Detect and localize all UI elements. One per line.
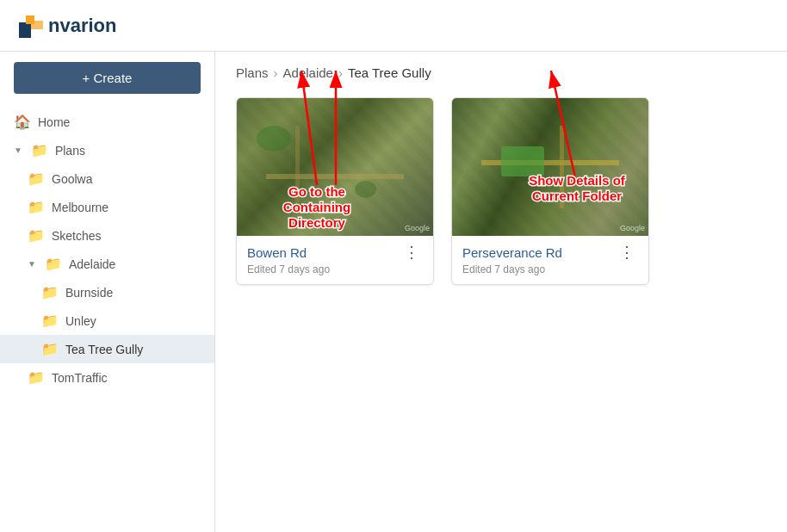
folder-icon: 📁 [41, 341, 59, 357]
sidebar-item-plans-label: Plans [55, 144, 85, 158]
breadcrumb-sep-2: › [338, 65, 343, 80]
sidebar-item-adelaide-label: Adelaide [69, 257, 116, 271]
chevron-down-icon: ▼ [28, 259, 36, 269]
card-perseverance-rd-footer: Perseverance Rd ⋮ Edited 7 days ago [452, 236, 648, 284]
card-bowen-rd[interactable]: Google Bowen Rd ⋮ Edited 7 days ago [236, 97, 434, 285]
breadcrumb: Plans › Adelaide › Tea Tree Gully [236, 65, 766, 80]
card-perseverance-rd-thumbnail: Google [452, 98, 648, 236]
folder-icon: 📁 [28, 199, 45, 215]
sidebar-item-home-label: Home [38, 115, 70, 129]
sidebar-item-adelaide[interactable]: ▼ 📁 Adelaide [0, 250, 214, 278]
card-perseverance-rd-menu-button[interactable]: ⋮ [616, 244, 638, 260]
folder-icon: 📁 [28, 227, 45, 244]
sidebar-item-sketches-label: Sketches [52, 229, 102, 243]
logo-text: nvarion [48, 15, 116, 37]
logo-icon [17, 12, 45, 40]
sidebar-item-sketches[interactable]: 📁 Sketches [0, 221, 214, 250]
card-bowen-rd-meta: Edited 7 days ago [247, 263, 423, 275]
card-bowen-rd-menu-button[interactable]: ⋮ [400, 244, 423, 260]
sidebar-item-unley[interactable]: 📁 Unley [0, 306, 214, 335]
main-layout: + Create 🏠 Home ▼ 📁 Plans 📁 Goolwa 📁 Mel… [0, 52, 787, 532]
card-perseverance-rd-title: Perseverance Rd [462, 245, 562, 260]
folder-icon: 📁 [28, 369, 45, 386]
folder-icon: 📁 [28, 170, 45, 187]
sidebar-item-melbourne-label: Melbourne [52, 201, 108, 214]
sidebar-item-burnside[interactable]: 📁 Burnside [0, 278, 214, 306]
card-perseverance-rd[interactable]: Google Perseverance Rd ⋮ Edited 7 days a… [451, 97, 649, 285]
sidebar-item-plans[interactable]: ▼ 📁 Plans [0, 136, 214, 164]
folder-icon: 📁 [41, 312, 59, 329]
card-bowen-rd-footer: Bowen Rd ⋮ Edited 7 days ago [237, 236, 433, 284]
card-bowen-rd-title: Bowen Rd [247, 245, 307, 260]
cards-grid: Google Bowen Rd ⋮ Edited 7 days ago [236, 97, 766, 285]
chevron-down-icon: ▼ [14, 145, 22, 155]
sidebar-item-home[interactable]: 🏠 Home [0, 108, 214, 136]
home-icon: 🏠 [14, 114, 31, 130]
breadcrumb-current: Tea Tree Gully [348, 65, 431, 80]
content-wrapper: Plans › Adelaide › Tea Tree Gully Googl [215, 52, 787, 532]
breadcrumb-plans[interactable]: Plans [236, 65, 269, 80]
content-area: Plans › Adelaide › Tea Tree Gully Googl [215, 52, 787, 299]
folder-icon: 📁 [31, 142, 48, 158]
svg-rect-2 [31, 21, 43, 29]
folder-icon: 📁 [45, 256, 62, 272]
sidebar-item-unley-label: Unley [65, 314, 96, 328]
folder-icon: 📁 [41, 284, 59, 300]
sidebar: + Create 🏠 Home ▼ 📁 Plans 📁 Goolwa 📁 Mel… [0, 52, 215, 532]
sidebar-item-goolwa-label: Goolwa [52, 172, 92, 186]
sidebar-item-melbourne[interactable]: 📁 Melbourne [0, 193, 214, 221]
sidebar-item-tomtraffic-label: TomTraffic [52, 371, 108, 385]
card-perseverance-rd-meta: Edited 7 days ago [462, 263, 638, 275]
logo: nvarion [17, 12, 116, 40]
card-bowen-rd-thumbnail: Google [237, 98, 433, 236]
sidebar-item-teatreegully[interactable]: 📁 Tea Tree Gully [0, 335, 214, 363]
svg-rect-0 [19, 22, 31, 38]
create-button[interactable]: + Create [14, 62, 201, 94]
header: nvarion [0, 0, 787, 52]
sidebar-item-goolwa[interactable]: 📁 Goolwa [0, 164, 214, 193]
breadcrumb-sep-1: › [274, 65, 278, 80]
breadcrumb-adelaide[interactable]: Adelaide [283, 65, 333, 80]
sidebar-item-tomtraffic[interactable]: 📁 TomTraffic [0, 363, 214, 392]
sidebar-item-burnside-label: Burnside [65, 286, 113, 300]
sidebar-item-teatreegully-label: Tea Tree Gully [65, 343, 143, 356]
